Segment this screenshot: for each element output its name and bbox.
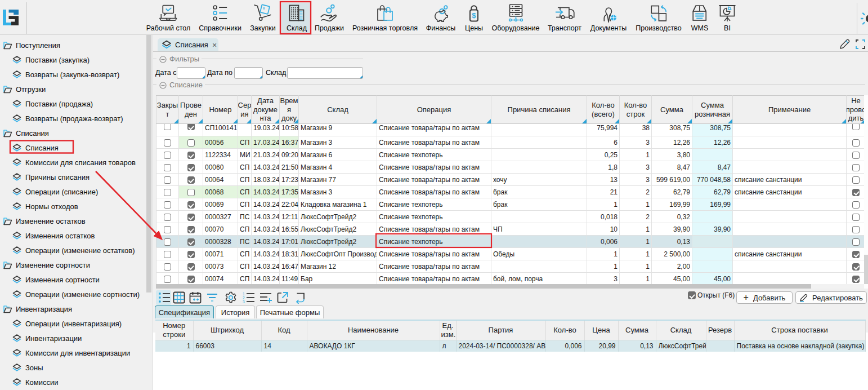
svg-text:2: 2 [243,296,245,300]
svg-text:3: 3 [243,300,245,304]
svg-text:1: 1 [243,292,245,296]
svg-text:$: $ [472,11,476,20]
